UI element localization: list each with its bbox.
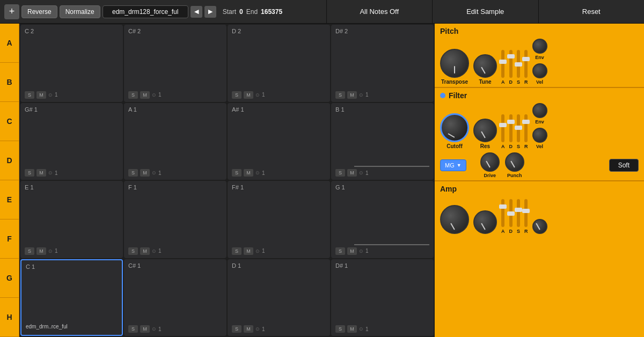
pad-11[interactable]: G 1SM⊙1 bbox=[331, 181, 434, 258]
pad-4[interactable]: G# 1SM⊙1 bbox=[20, 103, 123, 180]
pad-solo-0[interactable]: S bbox=[25, 91, 34, 99]
pad-3[interactable]: D# 2SM⊙1 bbox=[331, 25, 434, 102]
pad-9[interactable]: F 1SM⊙1 bbox=[124, 181, 226, 258]
filter-s-track[interactable] bbox=[517, 114, 520, 142]
pad-solo-15[interactable]: S bbox=[335, 325, 345, 333]
prev-button[interactable]: ◀ bbox=[191, 6, 202, 18]
pad-solo-1[interactable]: S bbox=[128, 91, 138, 99]
pad-link-icon-9: ⊙ bbox=[152, 248, 156, 254]
pad-solo-8[interactable]: S bbox=[25, 247, 34, 255]
pad-mute-6[interactable]: M bbox=[244, 169, 253, 177]
pad-14[interactable]: D 1SM⊙1 bbox=[228, 259, 330, 336]
reverse-button[interactable]: Reverse bbox=[21, 5, 57, 18]
tune-knob[interactable] bbox=[473, 54, 497, 78]
punch-knob[interactable] bbox=[505, 152, 524, 172]
pitch-s-track[interactable] bbox=[517, 50, 520, 78]
row-label-c[interactable]: C bbox=[0, 102, 19, 141]
row-label-g[interactable]: G bbox=[0, 259, 19, 298]
row-label-b[interactable]: B bbox=[0, 63, 19, 102]
pad-mute-5[interactable]: M bbox=[140, 169, 150, 177]
row-label-f[interactable]: F bbox=[0, 219, 19, 259]
transpose-knob[interactable] bbox=[440, 49, 469, 78]
pitch-vel-knob[interactable] bbox=[532, 63, 547, 78]
pad-15[interactable]: D# 1SM⊙1 bbox=[331, 259, 434, 336]
pitch-env-knob[interactable] bbox=[532, 39, 547, 54]
tune-label: Tune bbox=[479, 79, 491, 85]
amp-s-track[interactable] bbox=[517, 199, 520, 227]
pad-mute-2[interactable]: M bbox=[244, 91, 253, 99]
res-knob[interactable] bbox=[473, 119, 497, 142]
filter-env-knob[interactable] bbox=[532, 103, 547, 118]
pad-solo-9[interactable]: S bbox=[128, 247, 138, 255]
next-button[interactable]: ▶ bbox=[204, 6, 216, 18]
amp-a-track[interactable] bbox=[501, 199, 504, 227]
row-label-d[interactable]: D bbox=[0, 141, 19, 180]
pad-mute-11[interactable]: M bbox=[347, 247, 357, 255]
pad-6[interactable]: A# 1SM⊙1 bbox=[228, 103, 330, 180]
pad-solo-11[interactable]: S bbox=[335, 247, 345, 255]
pad-13[interactable]: C# 1SM⊙1 bbox=[124, 259, 226, 336]
pitch-section: Pitch Transpose Tune bbox=[435, 24, 644, 88]
right-panel: Pitch Transpose Tune bbox=[435, 24, 644, 337]
start-value[interactable]: 0 bbox=[239, 8, 243, 16]
row-label-h[interactable]: H bbox=[0, 298, 19, 337]
pitch-d-fader: D bbox=[509, 50, 513, 85]
pad-solo-5[interactable]: S bbox=[128, 169, 138, 177]
amp-title: Amp bbox=[440, 185, 639, 193]
pitch-a-track[interactable] bbox=[501, 50, 504, 78]
pad-2[interactable]: D 2SM⊙1 bbox=[228, 25, 330, 102]
pad-0[interactable]: C 2SM⊙1 bbox=[20, 25, 123, 102]
pad-mute-9[interactable]: M bbox=[140, 247, 150, 255]
filter-r-track[interactable] bbox=[524, 114, 528, 142]
pitch-r-track[interactable] bbox=[524, 50, 528, 78]
pad-solo-2[interactable]: S bbox=[232, 91, 241, 99]
pad-10[interactable]: F# 1SM⊙1 bbox=[228, 181, 330, 258]
pad-5[interactable]: A 1SM⊙1 bbox=[124, 103, 226, 180]
drive-knob[interactable] bbox=[480, 152, 500, 172]
pad-mute-7[interactable]: M bbox=[347, 169, 357, 177]
pad-mute-3[interactable]: M bbox=[347, 91, 357, 99]
cutoff-knob[interactable] bbox=[440, 113, 469, 142]
pad-1[interactable]: C# 2SM⊙1 bbox=[124, 25, 226, 102]
filter-type-button[interactable]: MG ▼ bbox=[440, 159, 466, 171]
pad-mute-15[interactable]: M bbox=[347, 325, 357, 333]
amp-knob2[interactable] bbox=[473, 210, 497, 234]
pad-solo-13[interactable]: S bbox=[128, 325, 138, 333]
amp-knob1[interactable] bbox=[440, 205, 469, 234]
amp-r-track[interactable] bbox=[524, 199, 528, 227]
pad-mute-1[interactable]: M bbox=[140, 91, 150, 99]
amp-d-track[interactable] bbox=[509, 199, 513, 227]
pad-controls-14: SM⊙1 bbox=[232, 325, 326, 333]
sample-name[interactable]: edm_drm128_force_ful bbox=[103, 5, 188, 18]
add-button[interactable]: + bbox=[4, 4, 19, 19]
pad-solo-3[interactable]: S bbox=[335, 91, 345, 99]
pad-solo-4[interactable]: S bbox=[25, 169, 34, 177]
pad-mute-8[interactable]: M bbox=[36, 247, 46, 255]
pad-mute-13[interactable]: M bbox=[140, 325, 150, 333]
end-value[interactable]: 165375 bbox=[261, 8, 282, 16]
pad-solo-7[interactable]: S bbox=[335, 169, 345, 177]
soft-button[interactable]: Soft bbox=[609, 159, 639, 172]
pad-mute-10[interactable]: M bbox=[244, 247, 253, 255]
pad-solo-10[interactable]: S bbox=[232, 247, 241, 255]
pad-12[interactable]: C 1edm_drm..rce_ful bbox=[20, 259, 123, 336]
filter-a-track[interactable] bbox=[501, 114, 504, 142]
row-label-e[interactable]: E bbox=[0, 180, 19, 219]
filter-d-track[interactable] bbox=[509, 114, 513, 142]
all-notes-off-button[interactable]: All Notes Off bbox=[327, 0, 433, 24]
pitch-d-track[interactable] bbox=[509, 50, 513, 78]
pad-solo-6[interactable]: S bbox=[232, 169, 241, 177]
edit-sample-button[interactable]: Edit Sample bbox=[433, 0, 539, 24]
pad-mute-14[interactable]: M bbox=[244, 325, 253, 333]
pad-8[interactable]: E 1SM⊙1 bbox=[20, 181, 123, 258]
filter-vel-knob[interactable] bbox=[532, 128, 547, 143]
normalize-button[interactable]: Normalize bbox=[60, 5, 100, 18]
pad-mute-0[interactable]: M bbox=[36, 91, 46, 99]
filter-type-label: MG bbox=[445, 162, 455, 169]
amp-right-knob[interactable] bbox=[532, 219, 547, 234]
row-label-a[interactable]: A bbox=[0, 24, 19, 63]
pad-solo-14[interactable]: S bbox=[232, 325, 241, 333]
reset-button[interactable]: Reset bbox=[539, 0, 645, 24]
pad-mute-4[interactable]: M bbox=[36, 169, 46, 177]
pad-7[interactable]: B 1SM⊙1 bbox=[331, 103, 434, 180]
